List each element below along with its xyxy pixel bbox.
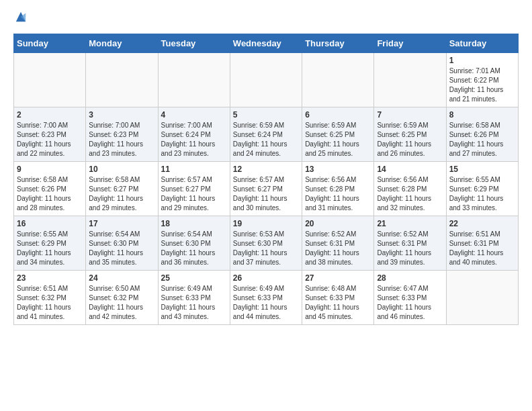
day-info: Sunrise: 6:47 AM Sunset: 6:33 PM Dayligh… [377, 284, 443, 322]
day-info: Sunrise: 7:01 AM Sunset: 6:22 PM Dayligh… [449, 66, 515, 104]
calendar-cell: 16Sunrise: 6:55 AM Sunset: 6:29 PM Dayli… [14, 216, 86, 271]
calendar-body: 1Sunrise: 7:01 AM Sunset: 6:22 PM Daylig… [14, 53, 519, 325]
calendar-cell: 6Sunrise: 6:59 AM Sunset: 6:25 PM Daylig… [302, 107, 374, 162]
calendar-cell: 27Sunrise: 6:48 AM Sunset: 6:33 PM Dayli… [302, 271, 374, 325]
day-info: Sunrise: 6:59 AM Sunset: 6:25 PM Dayligh… [305, 121, 371, 158]
day-info: Sunrise: 6:52 AM Sunset: 6:31 PM Dayligh… [377, 230, 443, 267]
day-info: Sunrise: 6:57 AM Sunset: 6:27 PM Dayligh… [161, 175, 227, 213]
calendar-cell: 19Sunrise: 6:53 AM Sunset: 6:30 PM Dayli… [230, 216, 302, 271]
calendar-cell: 14Sunrise: 6:56 AM Sunset: 6:28 PM Dayli… [374, 162, 446, 216]
day-number: 11 [161, 165, 227, 174]
calendar-cell [446, 271, 518, 325]
calendar-cell: 17Sunrise: 6:54 AM Sunset: 6:30 PM Dayli… [86, 216, 158, 271]
calendar-cell: 12Sunrise: 6:57 AM Sunset: 6:27 PM Dayli… [230, 162, 302, 216]
day-number: 21 [377, 219, 443, 228]
day-number: 3 [89, 110, 154, 120]
day-info: Sunrise: 6:56 AM Sunset: 6:28 PM Dayligh… [377, 175, 443, 213]
calendar-cell: 11Sunrise: 6:57 AM Sunset: 6:27 PM Dayli… [158, 162, 230, 216]
calendar-cell [374, 53, 446, 107]
day-number: 23 [17, 273, 83, 283]
day-info: Sunrise: 6:57 AM Sunset: 6:27 PM Dayligh… [233, 175, 299, 213]
calendar-cell: 2Sunrise: 7:00 AM Sunset: 6:23 PM Daylig… [14, 107, 86, 162]
day-number: 6 [305, 110, 371, 120]
day-number: 1 [449, 56, 515, 65]
day-number: 27 [305, 273, 371, 283]
day-number: 28 [377, 273, 443, 283]
day-info: Sunrise: 6:50 AM Sunset: 6:32 PM Dayligh… [89, 284, 154, 322]
calendar-week-row: 1Sunrise: 7:01 AM Sunset: 6:22 PM Daylig… [14, 53, 519, 107]
day-header-saturday: Saturday [446, 34, 518, 53]
calendar-cell: 20Sunrise: 6:52 AM Sunset: 6:31 PM Dayli… [302, 216, 374, 271]
day-number: 15 [449, 165, 515, 174]
logo-icon [15, 11, 27, 23]
day-info: Sunrise: 6:59 AM Sunset: 6:24 PM Dayligh… [233, 121, 299, 158]
day-number: 26 [233, 273, 299, 283]
day-info: Sunrise: 7:00 AM Sunset: 6:23 PM Dayligh… [17, 121, 83, 158]
calendar-week-row: 23Sunrise: 6:51 AM Sunset: 6:32 PM Dayli… [14, 271, 519, 325]
calendar-cell: 24Sunrise: 6:50 AM Sunset: 6:32 PM Dayli… [86, 271, 158, 325]
day-header-wednesday: Wednesday [230, 34, 302, 53]
day-info: Sunrise: 6:55 AM Sunset: 6:29 PM Dayligh… [449, 175, 515, 213]
calendar-cell [86, 53, 158, 107]
day-number: 24 [89, 273, 154, 283]
day-info: Sunrise: 6:55 AM Sunset: 6:29 PM Dayligh… [17, 230, 83, 267]
day-info: Sunrise: 6:56 AM Sunset: 6:28 PM Dayligh… [305, 175, 371, 213]
calendar-cell: 9Sunrise: 6:58 AM Sunset: 6:26 PM Daylig… [14, 162, 86, 216]
calendar-cell [14, 53, 86, 107]
calendar-cell: 3Sunrise: 7:00 AM Sunset: 6:23 PM Daylig… [86, 107, 158, 162]
day-number: 22 [449, 219, 515, 228]
day-info: Sunrise: 6:52 AM Sunset: 6:31 PM Dayligh… [305, 230, 371, 267]
day-number: 12 [233, 165, 299, 174]
day-info: Sunrise: 6:54 AM Sunset: 6:30 PM Dayligh… [89, 230, 154, 267]
page-header [13, 13, 519, 23]
calendar-cell: 15Sunrise: 6:55 AM Sunset: 6:29 PM Dayli… [446, 162, 518, 216]
calendar-cell: 26Sunrise: 6:49 AM Sunset: 6:33 PM Dayli… [230, 271, 302, 325]
day-info: Sunrise: 7:00 AM Sunset: 6:24 PM Dayligh… [161, 121, 227, 158]
day-number: 18 [161, 219, 227, 228]
calendar-cell: 7Sunrise: 6:59 AM Sunset: 6:25 PM Daylig… [374, 107, 446, 162]
day-info: Sunrise: 6:59 AM Sunset: 6:25 PM Dayligh… [377, 121, 443, 158]
day-info: Sunrise: 7:00 AM Sunset: 6:23 PM Dayligh… [89, 121, 154, 158]
calendar-cell [302, 53, 374, 107]
calendar-cell: 1Sunrise: 7:01 AM Sunset: 6:22 PM Daylig… [446, 53, 518, 107]
calendar-cell: 10Sunrise: 6:58 AM Sunset: 6:27 PM Dayli… [86, 162, 158, 216]
day-number: 8 [449, 110, 515, 120]
calendar-table: SundayMondayTuesdayWednesdayThursdayFrid… [13, 34, 519, 325]
day-number: 16 [17, 219, 83, 228]
day-number: 17 [89, 219, 154, 228]
calendar-week-row: 2Sunrise: 7:00 AM Sunset: 6:23 PM Daylig… [14, 107, 519, 162]
calendar-week-row: 16Sunrise: 6:55 AM Sunset: 6:29 PM Dayli… [14, 216, 519, 271]
calendar-cell: 25Sunrise: 6:49 AM Sunset: 6:33 PM Dayli… [158, 271, 230, 325]
day-number: 14 [377, 165, 443, 174]
day-number: 19 [233, 219, 299, 228]
day-info: Sunrise: 6:48 AM Sunset: 6:33 PM Dayligh… [305, 284, 371, 322]
calendar-week-row: 9Sunrise: 6:58 AM Sunset: 6:26 PM Daylig… [14, 162, 519, 216]
day-header-friday: Friday [374, 34, 446, 53]
calendar-cell: 22Sunrise: 6:51 AM Sunset: 6:31 PM Dayli… [446, 216, 518, 271]
day-number: 5 [233, 110, 299, 120]
day-number: 25 [161, 273, 227, 283]
calendar-cell [230, 53, 302, 107]
day-header-tuesday: Tuesday [158, 34, 230, 53]
calendar-cell: 5Sunrise: 6:59 AM Sunset: 6:24 PM Daylig… [230, 107, 302, 162]
day-header-monday: Monday [86, 34, 158, 53]
day-info: Sunrise: 6:53 AM Sunset: 6:30 PM Dayligh… [233, 230, 299, 267]
calendar-header-row: SundayMondayTuesdayWednesdayThursdayFrid… [14, 34, 519, 53]
day-number: 7 [377, 110, 443, 120]
day-number: 4 [161, 110, 227, 120]
day-info: Sunrise: 6:54 AM Sunset: 6:30 PM Dayligh… [161, 230, 227, 267]
calendar-cell: 21Sunrise: 6:52 AM Sunset: 6:31 PM Dayli… [374, 216, 446, 271]
day-info: Sunrise: 6:49 AM Sunset: 6:33 PM Dayligh… [161, 284, 227, 322]
calendar-cell: 18Sunrise: 6:54 AM Sunset: 6:30 PM Dayli… [158, 216, 230, 271]
day-info: Sunrise: 6:58 AM Sunset: 6:27 PM Dayligh… [89, 175, 154, 213]
calendar-cell: 23Sunrise: 6:51 AM Sunset: 6:32 PM Dayli… [14, 271, 86, 325]
day-number: 13 [305, 165, 371, 174]
day-header-thursday: Thursday [302, 34, 374, 53]
day-number: 2 [17, 110, 83, 120]
calendar-cell: 4Sunrise: 7:00 AM Sunset: 6:24 PM Daylig… [158, 107, 230, 162]
calendar-cell: 13Sunrise: 6:56 AM Sunset: 6:28 PM Dayli… [302, 162, 374, 216]
calendar-cell [158, 53, 230, 107]
logo [13, 13, 27, 23]
calendar-cell: 8Sunrise: 6:58 AM Sunset: 6:26 PM Daylig… [446, 107, 518, 162]
day-number: 9 [17, 165, 83, 174]
